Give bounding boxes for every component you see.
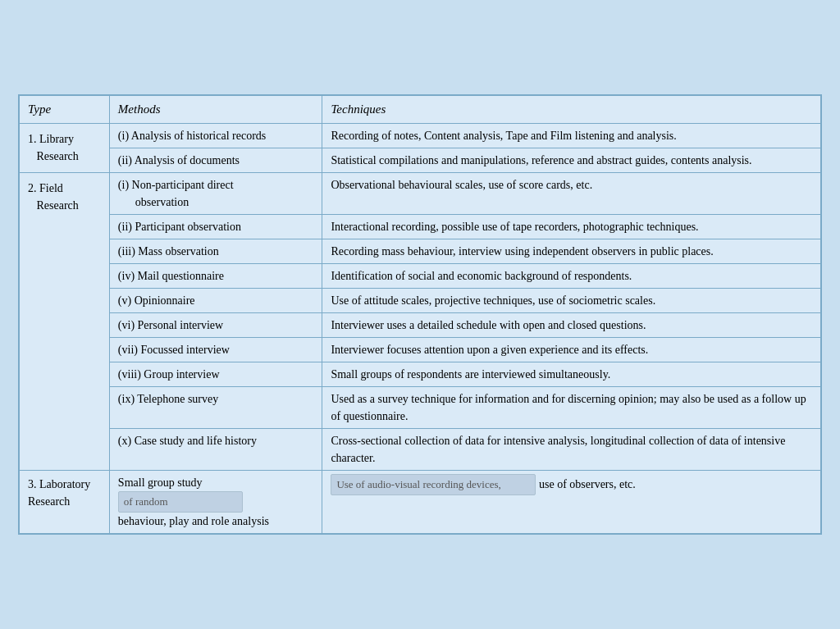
method-personal-interview: (vi) Personal interview [109, 313, 322, 338]
table-row: (ii) Analysis of documents Statistical c… [20, 148, 821, 173]
method-mass-observation: (iii) Mass observation [109, 239, 322, 264]
table-row: (ix) Telephone survey Used as a survey t… [20, 387, 821, 429]
technique-interactional: Interactional recording, possible use of… [322, 215, 821, 239]
research-table: Type Methods Techniques 1. Library Resea… [18, 94, 822, 535]
method-small-group: Small group study of random behaviour, p… [109, 471, 322, 534]
table-row: (ii) Participant observation Interaction… [20, 215, 821, 239]
overlay-bar: of random [118, 491, 243, 513]
table-row: 1. Library Research (i) Analysis of hist… [20, 124, 821, 148]
technique-statistical-compilations: Statistical compilations and manipulatio… [322, 148, 821, 173]
technique-recording-notes: Recording of notes, Content analysis, Ta… [322, 124, 821, 148]
technique-identification: Identification of social and economic ba… [322, 264, 821, 289]
table-row: 2. Field Research (i) Non-participant di… [20, 173, 821, 215]
method-telephone-survey: (ix) Telephone survey [109, 387, 322, 429]
table-row: (iii) Mass observation Recording mass be… [20, 239, 821, 264]
header-type: Type [20, 96, 110, 124]
technique-observational: Observational behavioural scales, use of… [322, 173, 821, 215]
technique-mass-behaviour: Recording mass behaviour, interview usin… [322, 239, 821, 264]
type-laboratory: 3. Laboratory Research [20, 471, 110, 534]
type-field: 2. Field Research [20, 173, 110, 471]
header-methods: Methods [109, 96, 322, 124]
table-row: (x) Case study and life history Cross-se… [20, 429, 821, 471]
method-group-interview: (viii) Group interview [109, 362, 322, 387]
overlay-bar-technique: Use of audio-visual recording devices, [331, 474, 536, 495]
technique-cross-sectional: Cross-sectional collection of data for i… [322, 429, 821, 471]
type-library: 1. Library Research [20, 124, 110, 173]
table-row: (vi) Personal interview Interviewer uses… [20, 313, 821, 338]
table-row: (v) Opinionnaire Use of attitude scales,… [20, 289, 821, 313]
table-row: (iv) Mail questionnaire Identification o… [20, 264, 821, 289]
method-participant: (ii) Participant observation [109, 215, 322, 239]
method-mail-questionnaire: (iv) Mail questionnaire [109, 264, 322, 289]
technique-attitude-scales: Use of attitude scales, projective techn… [322, 289, 821, 313]
table-row: 3. Laboratory Research Small group study… [20, 471, 821, 534]
method-analysis-historical: (i) Analysis of historical records [109, 124, 322, 148]
technique-audio-visual: Use of audio-visual recording devices, u… [322, 471, 821, 534]
method-non-participant: (i) Non-participant direct observation [109, 173, 322, 215]
technique-small-groups: Small groups of respondents are intervie… [322, 362, 821, 387]
technique-attention-experience: Interviewer focuses attention upon a giv… [322, 338, 821, 362]
technique-detailed-schedule: Interviewer uses a detailed schedule wit… [322, 313, 821, 338]
method-analysis-documents: (ii) Analysis of documents [109, 148, 322, 173]
table-row: (vii) Focussed interview Interviewer foc… [20, 338, 821, 362]
method-opinionnaire: (v) Opinionnaire [109, 289, 322, 313]
method-case-study: (x) Case study and life history [109, 429, 322, 471]
table-row: (viii) Group interview Small groups of r… [20, 362, 821, 387]
technique-survey-technique: Used as a survey technique for informati… [322, 387, 821, 429]
method-focussed-interview: (vii) Focussed interview [109, 338, 322, 362]
header-techniques: Techniques [322, 96, 821, 124]
